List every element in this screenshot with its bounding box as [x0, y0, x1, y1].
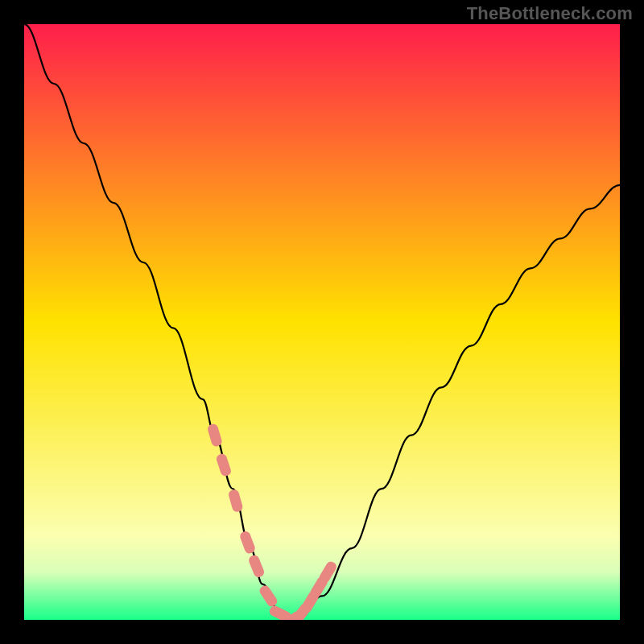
watermark-text: TheBottleneck.com — [467, 3, 633, 24]
bottleneck-chart — [24, 24, 620, 620]
outer-frame: TheBottleneck.com — [0, 0, 644, 644]
chart-background — [24, 24, 620, 620]
